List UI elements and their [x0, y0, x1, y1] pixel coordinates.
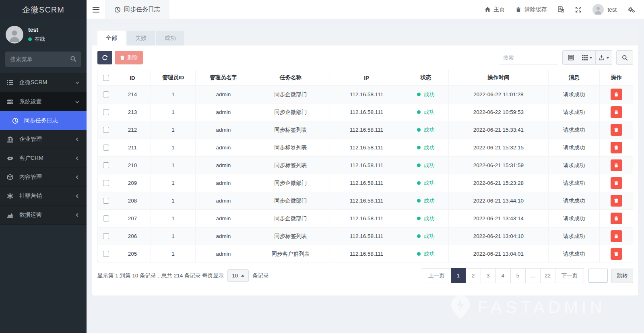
select-all-checkbox[interactable] — [103, 75, 109, 81]
column-header-task[interactable]: 任务名称 — [251, 70, 330, 86]
page-button[interactable]: 5 — [510, 268, 526, 283]
list-icon — [7, 79, 17, 86]
table-search-input[interactable] — [499, 51, 558, 64]
delete-row-button[interactable] — [611, 177, 622, 189]
detail-view-button[interactable] — [562, 50, 579, 65]
jump-page-input[interactable] — [588, 269, 608, 283]
row-checkbox[interactable] — [103, 198, 109, 204]
row-checkbox[interactable] — [103, 251, 109, 257]
topbar-username: test — [607, 6, 617, 13]
search-icon — [70, 56, 76, 62]
row-checkbox[interactable] — [103, 91, 109, 97]
row-checkbox[interactable] — [103, 145, 109, 151]
page-size-select[interactable]: 10 — [227, 269, 249, 282]
fullscreen-button[interactable] — [575, 6, 582, 13]
cell-admin-name: admin — [196, 192, 251, 210]
select-all-cell — [98, 70, 114, 86]
column-header-time[interactable]: 操作时间 — [449, 70, 548, 86]
topbar: 同步任务日志 主页 清除缓存 test — [87, 0, 644, 19]
sidebar-item-content[interactable]: 内容管理 — [0, 168, 87, 187]
page-button[interactable]: 2 — [466, 268, 481, 283]
user-name: test — [28, 27, 45, 33]
trash-icon — [120, 55, 125, 60]
home-link[interactable]: 主页 — [485, 6, 505, 13]
tab-all[interactable]: 全部 — [97, 31, 126, 46]
status-dot-icon — [417, 110, 421, 114]
row-checkbox[interactable] — [103, 127, 109, 133]
settings-button[interactable] — [627, 6, 635, 13]
row-checkbox[interactable] — [103, 162, 109, 168]
column-header-status[interactable]: 状态 — [403, 70, 448, 86]
sidebar-item-data-ops[interactable]: 数据运营 — [0, 206, 87, 225]
pagination-info-suffix: 条记录 — [252, 272, 269, 279]
trash-icon — [614, 92, 619, 97]
cell-time: 2022-06-21 13:44:10 — [449, 192, 548, 210]
row-checkbox[interactable] — [103, 109, 109, 115]
status-dot-icon — [417, 217, 421, 220]
cell-admin-name: admin — [196, 157, 251, 174]
status-label: 成功 — [423, 180, 434, 187]
delete-row-button[interactable] — [611, 248, 622, 260]
status-label: 成功 — [423, 126, 434, 134]
hamburger-button[interactable] — [87, 0, 105, 19]
refresh-button[interactable] — [97, 51, 112, 64]
column-header-id[interactable]: ID — [114, 70, 151, 86]
next-page-button[interactable]: 下一页 — [555, 268, 584, 283]
sidebar-item-sync-task-log[interactable]: 同步任务日志 — [0, 111, 87, 130]
delete-row-button[interactable] — [611, 106, 622, 118]
clear-cache-link[interactable]: 清除缓存 — [516, 6, 547, 13]
status-label: 成功 — [423, 144, 434, 151]
delete-row-button[interactable] — [611, 142, 622, 153]
clear-cache-label: 清除缓存 — [524, 6, 547, 13]
topbar-user[interactable]: test — [592, 4, 617, 15]
row-checkbox-cell — [98, 86, 114, 103]
status-dot-icon — [417, 234, 421, 238]
sidebar-item-community[interactable]: 社群营销 — [0, 187, 87, 206]
row-checkbox[interactable] — [103, 180, 109, 186]
tab-success[interactable]: 成功 — [156, 31, 184, 46]
export-button[interactable] — [595, 50, 612, 65]
row-checkbox[interactable] — [103, 233, 109, 239]
nav-tab-sync-log[interactable]: 同步任务日志 — [105, 0, 169, 19]
delete-button[interactable]: 删除 — [115, 51, 143, 64]
cell-admin-name: admin — [196, 228, 251, 245]
page-button[interactable]: 4 — [495, 268, 511, 283]
delete-row-button[interactable] — [611, 89, 622, 100]
column-header-admin-name[interactable]: 管理员名字 — [196, 70, 251, 86]
app-logo: 企微SCRM — [0, 0, 87, 19]
column-header-ip[interactable]: IP — [330, 70, 403, 86]
sidebar-item-system-settings[interactable]: 系统设置 — [0, 92, 87, 111]
page-button[interactable]: 3 — [481, 268, 496, 283]
cell-time: 2022-06-21 13:43:14 — [449, 210, 548, 228]
status-dot-icon — [417, 181, 421, 185]
row-checkbox[interactable] — [103, 215, 109, 221]
column-header-message[interactable]: 消息 — [548, 70, 600, 86]
sidebar-item-customer-crm[interactable]: 客户CRM — [0, 149, 87, 168]
grid-icon — [582, 55, 588, 60]
column-header-admin-id[interactable]: 管理员ID — [151, 70, 195, 86]
cell-id: 205 — [114, 245, 151, 263]
table-row: 212 1 admin 同步标签列表 112.16.58.111 成功 2022… — [98, 121, 633, 139]
column-header-action[interactable]: 操作 — [600, 70, 633, 86]
cell-task: 同步标签列表 — [251, 121, 330, 139]
page-ellipsis[interactable]: ... — [525, 268, 541, 283]
delete-row-button[interactable] — [611, 159, 622, 171]
columns-button[interactable] — [579, 50, 596, 65]
tab-failed[interactable]: 失败 — [127, 31, 155, 46]
prev-page-button[interactable]: 上一页 — [422, 268, 451, 283]
delete-row-button[interactable] — [611, 230, 622, 242]
cell-action — [600, 245, 633, 263]
search-toggle-button[interactable] — [616, 50, 633, 65]
jump-button[interactable]: 跳转 — [611, 269, 633, 283]
cell-time: 2022-06-22 11:01:28 — [449, 86, 548, 103]
page-button[interactable]: 1 — [451, 268, 466, 283]
sidebar-item-qwscrm[interactable]: 企微SCRM — [0, 73, 87, 92]
delete-row-button[interactable] — [611, 213, 622, 224]
cell-status: 成功 — [403, 174, 448, 192]
sidebar-item-enterprise[interactable]: 企业管理 — [0, 130, 87, 149]
language-button[interactable] — [557, 6, 564, 13]
delete-row-button[interactable] — [611, 195, 622, 207]
delete-row-button[interactable] — [611, 124, 622, 136]
sidebar-item-label: 数据运营 — [19, 211, 42, 219]
page-button[interactable]: 22 — [540, 268, 555, 283]
